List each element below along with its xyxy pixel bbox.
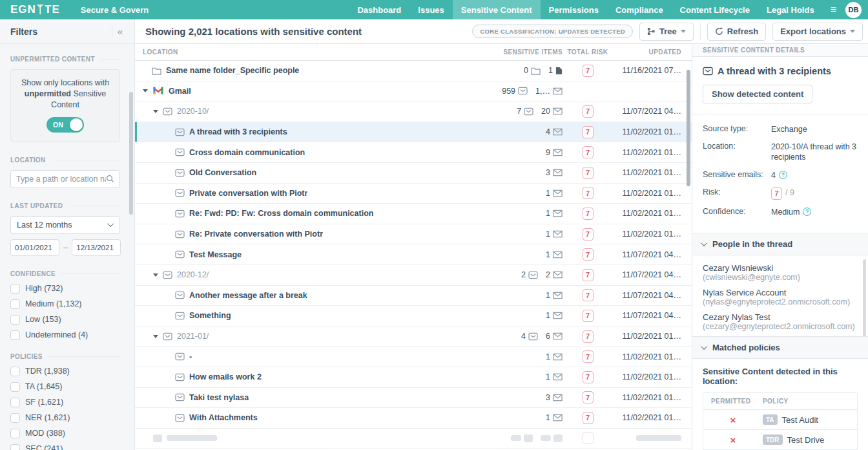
count-value: 4 xyxy=(521,332,526,341)
matched-policies-section-header[interactable]: Matched policies xyxy=(692,336,868,359)
table-row[interactable]: Taki test nylasa3711/02/2021 01… xyxy=(135,388,692,409)
location-label: How emails work 2 xyxy=(189,372,262,381)
updated-cell: 11/07/2021 04… xyxy=(613,270,692,279)
thread-icon xyxy=(163,271,172,279)
table-row[interactable]: Re: Fwd: PD: Fw: Cross domain communicat… xyxy=(135,204,692,224)
show-detected-content-button[interactable]: Show detected content xyxy=(703,85,812,103)
table-row[interactable]: 2021-01/46711/02/2021 01… xyxy=(135,327,692,347)
nav-item-dashboard[interactable]: Dashboard xyxy=(349,0,409,19)
nav-item-compliance[interactable]: Compliance xyxy=(607,0,672,19)
confidence-option[interactable]: Medium (1,132) xyxy=(10,299,120,309)
checkbox-icon[interactable] xyxy=(10,299,20,309)
section-policies: POLICIES xyxy=(10,353,120,360)
expand-caret-icon[interactable] xyxy=(153,335,158,338)
policy-option[interactable]: SF (1,621) xyxy=(10,398,120,407)
policy-option[interactable]: TDR (1,938) xyxy=(10,367,120,376)
search-icon xyxy=(106,175,114,183)
expand-caret-icon[interactable] xyxy=(143,89,148,92)
envelope-icon xyxy=(553,312,563,319)
location-cell: Private conversation with Piotr xyxy=(135,189,466,198)
table-row[interactable]: A thread with 3 recipients4711/02/2021 0… xyxy=(135,122,692,143)
checkbox-icon[interactable] xyxy=(10,413,20,423)
policy-option[interactable]: SEC (241) xyxy=(10,444,120,450)
checkbox-icon[interactable] xyxy=(10,315,20,325)
location-label: 2020-12/ xyxy=(177,270,209,279)
thread-icon xyxy=(175,189,185,197)
location-label: 2021-01/ xyxy=(177,332,209,341)
table-row[interactable]: Gmail9591,… xyxy=(135,81,692,102)
nav-item-legal-holds[interactable]: Legal Holds xyxy=(758,0,823,19)
column-total-risk[interactable]: TOTAL RISK xyxy=(563,48,613,56)
table-row[interactable]: Old Conversation3711/02/2021 01… xyxy=(135,163,692,184)
expand-caret-icon[interactable] xyxy=(153,110,158,113)
expand-caret-icon[interactable] xyxy=(153,273,158,277)
confidence-option[interactable]: High (732) xyxy=(10,284,120,294)
table-row[interactable]: Private conversation with Piotr1711/02/2… xyxy=(135,184,692,204)
total-risk-cell: 7 xyxy=(563,105,613,118)
checkbox-icon[interactable] xyxy=(10,429,20,438)
date-from-input[interactable] xyxy=(10,239,59,256)
table-row[interactable]: Cross domain communication9711/02/2021 0… xyxy=(135,142,692,163)
nav-item-content-lifecycle[interactable]: Content Lifecycle xyxy=(672,0,758,19)
people-section-header[interactable]: People in the thread xyxy=(692,233,868,255)
unpermitted-toggle[interactable]: ON xyxy=(46,117,84,133)
updated-cell: 11/02/2021 01… xyxy=(613,413,692,422)
checkbox-icon[interactable] xyxy=(10,444,20,450)
nav-item-permissions[interactable]: Permissions xyxy=(541,0,607,19)
table-row[interactable]: 2020-10/720711/07/2021 04… xyxy=(135,102,692,122)
export-locations-button[interactable]: Export locations xyxy=(772,23,863,41)
help-icon[interactable]: ? xyxy=(779,171,787,179)
checkbox-icon[interactable] xyxy=(10,330,20,340)
checkbox-icon[interactable] xyxy=(10,398,20,407)
table-row[interactable] xyxy=(135,429,692,449)
table-row[interactable]: Something1711/07/2021 04… xyxy=(135,306,692,327)
policy-option[interactable]: MOD (388) xyxy=(10,429,120,438)
count-value: 1 xyxy=(546,209,550,218)
nav-item-sensitive-content[interactable]: Sensitive Content xyxy=(453,0,541,19)
table-row[interactable]: How emails work 21711/02/2021 01… xyxy=(135,367,692,388)
count-unit: 3 xyxy=(546,168,563,177)
policy-abbr-badge: TA xyxy=(763,414,778,425)
column-location[interactable]: LOCATION xyxy=(135,48,466,56)
policy-option-label: TDR (1,938) xyxy=(25,367,70,376)
hamburger-menu-icon[interactable]: ≡ xyxy=(823,4,844,16)
skeleton-placeholder xyxy=(553,434,563,442)
nav-item-issues[interactable]: Issues xyxy=(409,0,452,19)
location-search-input[interactable] xyxy=(16,175,106,184)
sidebar-scrollbar[interactable] xyxy=(129,92,133,215)
checkbox-icon[interactable] xyxy=(10,367,20,376)
count-value: 1 xyxy=(546,372,550,381)
user-avatar[interactable]: DB xyxy=(845,2,862,18)
risk-badge: 7 xyxy=(583,65,594,77)
table-scrollbar[interactable] xyxy=(687,70,690,186)
people-scrollbar[interactable] xyxy=(863,259,866,336)
thread-icon xyxy=(175,291,185,299)
table-row[interactable]: -1711/02/2021 01… xyxy=(135,347,692,367)
confidence-option[interactable]: Low (153) xyxy=(10,315,120,325)
checkbox-icon[interactable] xyxy=(10,284,20,294)
column-sensitive-items[interactable]: SENSITIVE ITEMS xyxy=(466,48,563,56)
column-updated[interactable]: UPDATED xyxy=(613,48,692,56)
table-row[interactable]: Another message after a break1711/07/202… xyxy=(135,286,692,306)
tree-view-icon xyxy=(647,27,656,36)
table-row[interactable]: Test Message1711/07/2021 04… xyxy=(135,244,692,265)
policy-option[interactable]: TA (1,645) xyxy=(10,382,120,392)
table-row[interactable]: Same name folder_Specific people01711/16… xyxy=(135,61,692,81)
envelope-icon xyxy=(553,373,563,381)
confidence-option[interactable]: Undetermined (4) xyxy=(10,330,120,340)
thread-icon xyxy=(163,107,172,116)
last-updated-select[interactable]: Last 12 months xyxy=(10,216,120,234)
refresh-button[interactable]: Refresh xyxy=(707,23,766,41)
thread-icon xyxy=(175,312,185,320)
collapse-sidebar-button[interactable]: « xyxy=(112,25,128,38)
table-row[interactable]: 2020-12/22711/07/2021 04… xyxy=(135,265,692,286)
tree-view-button[interactable]: Tree xyxy=(639,23,694,41)
policy-option[interactable]: NER (1,621) xyxy=(10,413,120,423)
help-icon[interactable]: ? xyxy=(803,208,811,216)
updated-cell xyxy=(613,434,692,443)
location-label: 2020-10/ xyxy=(177,107,209,116)
table-row[interactable]: Re: Private conversation with Piotr1711/… xyxy=(135,224,692,245)
date-to-input[interactable] xyxy=(72,239,121,256)
checkbox-icon[interactable] xyxy=(10,382,20,392)
table-row[interactable]: With Attachments1711/02/2021 01… xyxy=(135,408,692,429)
